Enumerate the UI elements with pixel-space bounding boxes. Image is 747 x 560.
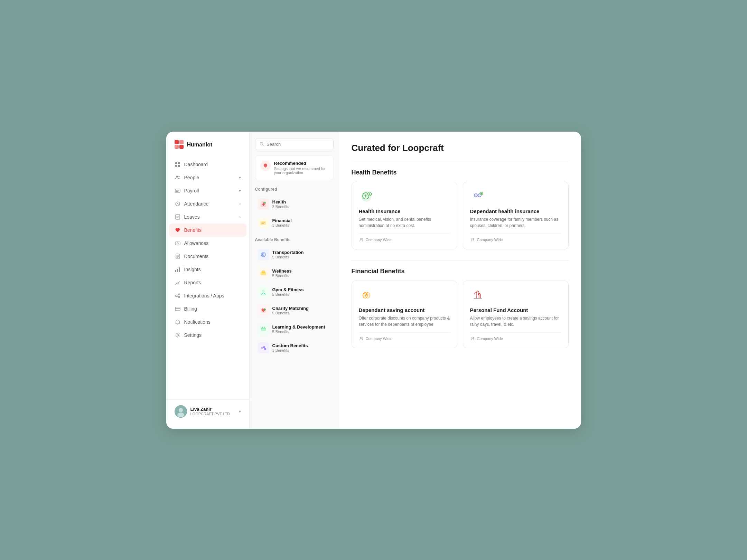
wellness-info: Wellness 5 Benefits xyxy=(272,268,292,278)
leaves-chevron: › xyxy=(240,215,241,219)
svg-point-20 xyxy=(178,294,180,295)
sidebar-item-label: Allowances xyxy=(184,240,209,246)
main-content: Curated for Loopcraft Health Benefits He… xyxy=(339,132,581,429)
scope-icon xyxy=(359,237,364,242)
svg-rect-6 xyxy=(175,165,177,167)
charity-list-name: Charity Matching xyxy=(272,306,309,311)
gym-list-icon xyxy=(258,286,269,297)
svg-rect-1 xyxy=(179,140,184,144)
svg-rect-7 xyxy=(178,165,180,167)
recommended-icon xyxy=(260,161,271,171)
leaves-icon xyxy=(175,214,181,220)
sidebar-item-billing[interactable]: Billing xyxy=(166,302,249,315)
sidebar-item-leaves[interactable]: Leaves › xyxy=(166,210,249,224)
charity-list-count: 5 Benefits xyxy=(272,311,309,315)
sidebar-item-label: Reports xyxy=(184,280,201,285)
sidebar-item-attendance[interactable]: Attendance › xyxy=(166,197,249,210)
sidebar-item-benefits[interactable]: Benefits xyxy=(169,224,246,237)
health-insurance-icon xyxy=(359,189,374,204)
configured-label: Configured xyxy=(255,187,334,192)
svg-rect-2 xyxy=(175,145,179,149)
divider-1 xyxy=(352,162,569,162)
recommended-desc: Settings that we recommed for your organ… xyxy=(274,167,328,175)
benefit-learning[interactable]: Learning & Development 5 Benefits xyxy=(255,320,334,338)
svg-point-39 xyxy=(264,309,266,311)
sidebar-item-settings[interactable]: Settings xyxy=(166,329,249,342)
financial-benefits-grid: Dependant saving account Offer corporate… xyxy=(352,281,569,348)
learning-list-name: Learning & Development xyxy=(272,324,325,330)
charity-info: Charity Matching 5 Benefits xyxy=(272,306,309,315)
available-label: Available Benefits xyxy=(255,237,334,242)
dependant-health-card[interactable]: Dependant health insurance Insurance cov… xyxy=(463,182,569,249)
recommended-title: Recommended xyxy=(274,161,328,166)
people-icon xyxy=(175,174,181,181)
middle-panel: Recommended Settings that we recommed fo… xyxy=(249,132,339,429)
settings-icon xyxy=(175,332,181,338)
charity-list-icon xyxy=(258,305,269,316)
svg-rect-12 xyxy=(176,215,180,219)
benefit-transportation[interactable]: $ Transportation 5 Benefits xyxy=(255,246,334,264)
search-input[interactable] xyxy=(267,142,329,147)
sidebar-item-people[interactable]: People ▾ xyxy=(166,171,249,184)
svg-rect-36 xyxy=(262,270,265,273)
divider-2 xyxy=(352,260,569,261)
recommended-info: Recommended Settings that we recommed fo… xyxy=(274,161,328,175)
sidebar-item-allowances[interactable]: Allowances xyxy=(166,237,249,250)
svg-point-29 xyxy=(264,202,266,204)
financial-list-icon xyxy=(258,217,269,228)
user-footer[interactable]: Liva Zahir LOOPCRAFT PVT LTD ▾ xyxy=(166,399,249,423)
available-items: $ Transportation 5 Benefits Wellness 5 B… xyxy=(255,246,334,357)
sidebar-item-integrations[interactable]: Integrations / Apps xyxy=(166,289,249,302)
sidebar-item-insights[interactable]: Insights xyxy=(166,263,249,276)
personal-fund-desc: Allow employees to create a savings acco… xyxy=(470,315,561,328)
dependant-saving-scope: Company Wide xyxy=(359,332,450,341)
financial-list-count: 3 Benefits xyxy=(272,223,292,227)
sidebar-item-dashboard[interactable]: Dashboard xyxy=(166,158,249,171)
sidebar-item-reports[interactable]: Reports xyxy=(166,276,249,289)
transportation-info: Transportation 5 Benefits xyxy=(272,250,304,259)
benefit-gym[interactable]: Gym & Fitness 5 Benefits xyxy=(255,283,334,301)
benefit-financial[interactable]: Financial 3 Benefits xyxy=(255,214,334,232)
nav-items: Dashboard People ▾ Payroll ▾ xyxy=(166,158,249,399)
sidebar-item-documents[interactable]: Documents xyxy=(166,250,249,263)
dependant-saving-card[interactable]: Dependant saving account Offer corporate… xyxy=(352,281,457,348)
health-insurance-card[interactable]: Health Insurance Get medical, vision, an… xyxy=(352,182,457,249)
attendance-icon xyxy=(175,201,181,207)
sidebar-item-label: Documents xyxy=(184,254,209,259)
benefit-health[interactable]: Health 3 Benefits xyxy=(255,195,334,213)
dependant-saving-title: Dependant saving account xyxy=(359,307,450,313)
sidebar-item-label: Benefits xyxy=(184,227,202,233)
personal-fund-card[interactable]: Personal Fund Account Allow employees to… xyxy=(463,281,569,348)
page-title: Curated for Loopcraft xyxy=(352,143,569,153)
benefit-wellness[interactable]: Wellness 5 Benefits xyxy=(255,264,334,282)
transportation-list-count: 5 Benefits xyxy=(272,255,304,259)
health-insurance-desc: Get medical, vision, and dental benefits… xyxy=(359,216,450,229)
svg-point-41 xyxy=(261,347,263,349)
learning-info: Learning & Development 5 Benefits xyxy=(272,324,325,334)
dependant-health-desc: Insurance coverage for family members su… xyxy=(470,216,561,229)
health-insurance-scope-text: Company Wide xyxy=(366,238,392,242)
health-section-title: Health Benefits xyxy=(352,169,569,176)
configured-items: Health 3 Benefits Financial 3 Benefits xyxy=(255,195,334,232)
financial-info: Financial 3 Benefits xyxy=(272,218,292,227)
search-bar[interactable] xyxy=(255,139,334,150)
sidebar-item-notifications[interactable]: Notifications xyxy=(166,315,249,329)
benefit-charity[interactable]: Charity Matching 5 Benefits xyxy=(255,302,334,320)
sidebar-item-payroll[interactable]: Payroll ▾ xyxy=(166,184,249,197)
sidebar-item-label: Payroll xyxy=(184,188,199,193)
custom-list-count: 3 Benefits xyxy=(272,348,308,352)
insights-icon xyxy=(175,266,181,273)
learning-list-icon xyxy=(258,324,269,335)
dependant-saving-desc: Offer corporate discounts on company pro… xyxy=(359,315,450,328)
fund-icon xyxy=(470,288,485,303)
svg-point-19 xyxy=(175,295,177,296)
personal-fund-title: Personal Fund Account xyxy=(470,307,561,313)
svg-rect-18 xyxy=(179,267,180,272)
reports-icon xyxy=(175,279,181,286)
user-info: Liva Zahir LOOPCRAFT PVT LTD xyxy=(190,407,235,416)
sidebar: Humanlot Dashboard People ▾ xyxy=(166,132,249,429)
sidebar-item-label: Integrations / Apps xyxy=(184,293,224,298)
benefit-custom[interactable]: Custom Benefits 3 Benefits xyxy=(255,339,334,357)
scope-icon-4 xyxy=(470,336,475,341)
recommended-card[interactable]: Recommended Settings that we recommed fo… xyxy=(255,155,334,180)
